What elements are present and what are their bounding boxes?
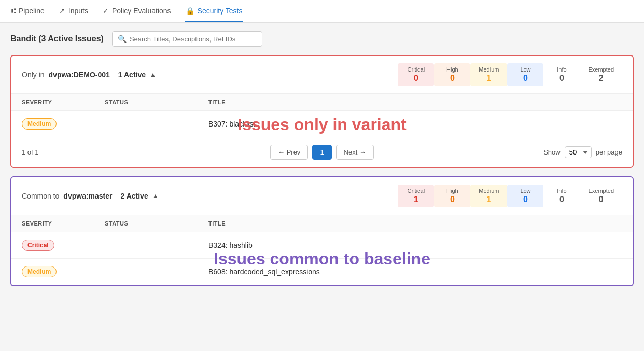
variant-col-title: TITLE: [208, 99, 622, 105]
variant-header-left: Only in dvpwa:DEMO-001 1 Active ▲: [22, 71, 156, 79]
baseline-table-header: SEVERITY STATUS TITLE: [11, 215, 633, 232]
variant-medium-count: Medium 1: [470, 63, 507, 86]
policy-icon: ✓: [103, 7, 109, 15]
variant-row-severity: Medium: [22, 118, 105, 130]
baseline-info-count: Info 0: [543, 185, 580, 207]
baseline-col-severity: SEVERITY: [22, 220, 105, 227]
baseline-low-count: Low 0: [507, 185, 543, 207]
variant-critical-count: Critical 0: [398, 63, 434, 86]
variant-chevron[interactable]: ▲: [150, 71, 156, 78]
baseline-col-title: TITLE: [208, 220, 622, 227]
variant-section-header: Only in dvpwa:DEMO-001 1 Active ▲ Critic…: [11, 56, 633, 94]
variant-repo: dvpwa:DEMO-001: [49, 71, 110, 79]
search-icon: 🔍: [118, 35, 127, 43]
variant-exempted-count: Exempted 2: [580, 63, 622, 86]
inputs-icon: ↗: [59, 7, 65, 15]
variant-row-title: B307: blacklist: [208, 120, 622, 128]
nav-inputs[interactable]: ↗ Inputs: [58, 1, 89, 22]
baseline-repo: dvpwa:master: [63, 192, 112, 200]
baseline-medium-count: Medium 1: [470, 185, 507, 207]
variant-pagination-info: 1 of 1: [22, 148, 39, 156]
per-page-select[interactable]: 50 25 100: [565, 146, 592, 158]
variant-low-count: Low 0: [507, 63, 543, 86]
variant-info-count: Info 0: [543, 63, 580, 86]
page-content: Bandit (3 Active Issues) 🔍 Only in dvpwa…: [0, 23, 644, 351]
pipeline-icon: ⑆: [11, 7, 16, 15]
baseline-section-header: Common to dvpwa:master 2 Active ▲ Critic…: [11, 177, 633, 215]
variant-high-count: High 0: [434, 63, 470, 86]
security-icon: 🔒: [186, 7, 194, 15]
top-navigation: ⑆ Pipeline ↗ Inputs ✓ Policy Evaluations…: [0, 0, 644, 23]
variant-severity-counts: Critical 0 High 0 Medium 1 Low 0 Info: [398, 63, 622, 86]
show-label: Show: [543, 148, 561, 156]
per-page-control: Show 50 25 100 per page: [543, 146, 622, 158]
variant-active-count: 1 Active: [118, 71, 146, 79]
prev-button[interactable]: ← Prev: [270, 145, 308, 160]
nav-security-tests[interactable]: 🔒 Security Tests: [185, 1, 244, 22]
baseline-high-count: High 0: [434, 185, 470, 207]
nav-pipeline[interactable]: ⑆ Pipeline: [10, 1, 46, 22]
variant-section: Only in dvpwa:DEMO-001 1 Active ▲ Critic…: [10, 55, 634, 168]
severity-badge: Critical: [22, 240, 54, 251]
baseline-section: Common to dvpwa:master 2 Active ▲ Critic…: [10, 176, 634, 286]
baseline-active-count: 2 Active: [121, 192, 148, 200]
page-1-button[interactable]: 1: [312, 145, 331, 160]
baseline-row2-title: B608: hardcoded_sql_expressions: [208, 268, 622, 276]
next-button[interactable]: Next →: [336, 145, 374, 160]
page-header: Bandit (3 Active Issues) 🔍: [10, 31, 634, 47]
table-row: Medium B608: hardcoded_sql_expressions: [11, 259, 633, 285]
baseline-header-left: Common to dvpwa:master 2 Active ▲: [22, 192, 159, 200]
baseline-table-body: Critical B324: hashlib Medium B608: hard…: [11, 232, 633, 285]
baseline-label: Common to: [22, 192, 59, 200]
search-container: 🔍: [112, 31, 262, 47]
per-page-suffix: per page: [596, 148, 622, 156]
baseline-critical-count: Critical 1: [398, 185, 434, 207]
variant-table-header: SEVERITY STATUS TITLE: [11, 94, 633, 111]
nav-policy-evaluations[interactable]: ✓ Policy Evaluations: [102, 1, 172, 22]
search-input[interactable]: [130, 35, 257, 43]
baseline-row2-severity: Medium: [22, 266, 105, 277]
variant-col-severity: SEVERITY: [22, 99, 105, 105]
baseline-exempted-count: Exempted 0: [580, 185, 622, 207]
variant-table-body: Medium B307: blacklist Issues only in va…: [11, 111, 633, 137]
baseline-severity-counts: Critical 1 High 0 Medium 1 Low 0 Info: [398, 185, 622, 207]
table-row: Critical B324: hashlib: [11, 232, 633, 259]
baseline-chevron[interactable]: ▲: [152, 192, 159, 200]
baseline-col-status: STATUS: [105, 220, 208, 227]
variant-pagination: 1 of 1 ← Prev 1 Next → Show 50 25 100 pe…: [11, 137, 633, 167]
table-row: Medium B307: blacklist: [11, 111, 633, 137]
variant-col-status: STATUS: [105, 99, 208, 105]
severity-badge: Medium: [22, 118, 57, 130]
variant-label: Only in: [22, 71, 45, 79]
severity-badge: Medium: [22, 266, 57, 277]
baseline-row1-severity: Critical: [22, 240, 105, 251]
baseline-row1-title: B324: hashlib: [208, 241, 622, 249]
page-title: Bandit (3 Active Issues): [10, 34, 104, 44]
